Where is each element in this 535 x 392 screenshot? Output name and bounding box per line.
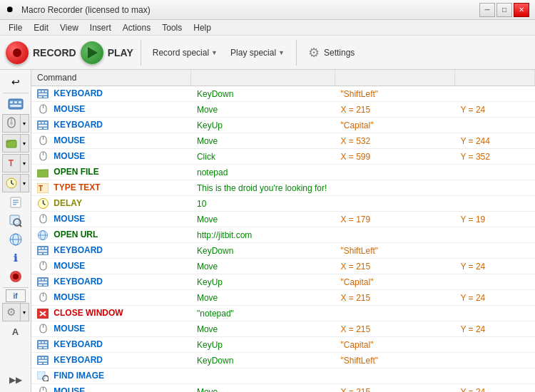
- sidebar-item-typetext[interactable]: T: [3, 155, 20, 172]
- sidebar-item-record2[interactable]: [4, 267, 27, 286]
- table-row[interactable]: MOUSE Move X = 215 Y = 24: [31, 321, 535, 337]
- action-cell: notepad: [191, 165, 335, 180]
- action-cell: "notepad": [191, 306, 335, 321]
- sidebar-mouse-arrow[interactable]: ▾: [20, 115, 29, 132]
- cmd-cell: MOUSE: [31, 149, 191, 165]
- table-row[interactable]: KEYBOARD KeyDown "ShiftLeft": [31, 243, 535, 259]
- cmd-name: KEYBOARD: [54, 245, 103, 255]
- menu-item-view[interactable]: View: [54, 21, 84, 34]
- svg-rect-81: [45, 341, 47, 344]
- sidebar-item-keyboard[interactable]: [4, 95, 27, 113]
- svg-rect-88: [45, 357, 47, 359]
- record-button[interactable]: RECORD: [6, 41, 76, 64]
- record-special-button[interactable]: Record special ▼: [148, 45, 222, 61]
- sidebar-item-undo[interactable]: ↩: [4, 73, 27, 91]
- sidebar-item-mouse[interactable]: [3, 115, 20, 132]
- param2-cell: [454, 368, 534, 384]
- play-special-button[interactable]: Play special ▼: [226, 45, 289, 61]
- cmd-icon-findimage: [37, 371, 49, 382]
- table-row[interactable]: OPEN URL http://jitbit.com: [31, 227, 535, 243]
- menu-item-actions[interactable]: Actions: [117, 21, 156, 34]
- svg-rect-29: [39, 96, 42, 98]
- sidebar-item-openurl[interactable]: [4, 230, 27, 249]
- cmd-name: OPEN URL: [54, 229, 98, 239]
- sidebar-item-delay[interactable]: [3, 175, 20, 192]
- svg-text:T: T: [39, 185, 43, 192]
- sidebar-openfile-arrow[interactable]: ▾: [20, 135, 29, 152]
- svg-rect-69: [39, 284, 42, 286]
- sidebar-item-openfile[interactable]: [3, 135, 20, 152]
- sidebar-item-findimage[interactable]: [4, 212, 27, 230]
- svg-rect-27: [45, 91, 47, 93]
- action-cell: Move: [191, 321, 335, 337]
- sidebar-item-variable[interactable]: A: [4, 322, 27, 341]
- param2-cell: Y = 24: [454, 384, 534, 393]
- app-icon: ⏺: [6, 4, 17, 16]
- sidebar-item-edit[interactable]: [4, 193, 27, 212]
- menu-item-edit[interactable]: Edit: [28, 21, 54, 34]
- cmd-name: KEYBOARD: [54, 88, 103, 98]
- sidebar-item-info[interactable]: ℹ: [4, 249, 27, 267]
- table-row[interactable]: CLOSE WINDOW "notepad": [31, 306, 535, 321]
- cmd-icon-keyboard: [37, 355, 49, 366]
- sidebar-item-settings[interactable]: ⚙: [3, 304, 20, 321]
- cmd-cell: OPEN FILE: [31, 165, 191, 180]
- close-button[interactable]: ✕: [514, 3, 529, 17]
- play-button[interactable]: PLAY: [81, 41, 133, 64]
- svg-rect-86: [39, 357, 41, 359]
- svg-line-18: [19, 225, 21, 227]
- svg-rect-80: [42, 341, 44, 344]
- menu-item-tools[interactable]: Tools: [156, 21, 188, 34]
- sidebar-typetext-arrow[interactable]: ▾: [20, 155, 29, 172]
- sidebar-settings-arrow[interactable]: ▾: [20, 304, 29, 321]
- table-row[interactable]: DELAY 10: [31, 196, 535, 212]
- menu-item-file[interactable]: File: [3, 21, 28, 34]
- svg-rect-60: [39, 253, 42, 254]
- param1-cell: "Capital": [335, 337, 455, 353]
- action-cell: This is the droid you're looking for!: [191, 180, 335, 196]
- sidebar-item-condition[interactable]: if: [6, 289, 26, 302]
- main-content: ↩ ▾ ▾ T ▾ ▾: [0, 70, 535, 392]
- action-cell: 10: [191, 196, 335, 212]
- maximize-button[interactable]: □: [496, 3, 512, 17]
- param1-cell: X = 179: [335, 212, 455, 227]
- table-row[interactable]: T TYPE TEXT This is the droid you're loo…: [31, 180, 535, 196]
- param2-cell: [454, 243, 534, 259]
- settings-button[interactable]: ⚙ Settings: [304, 42, 359, 63]
- svg-rect-58: [45, 247, 47, 249]
- cmd-name: CLOSE WINDOW: [54, 308, 123, 318]
- param1-cell: X = 215: [335, 102, 455, 118]
- table-row[interactable]: KEYBOARD KeyDown "ShiftLeft": [31, 353, 535, 368]
- record-special-label: Record special: [153, 48, 209, 58]
- table-row[interactable]: FIND IMAGE: [31, 368, 535, 384]
- table-row[interactable]: KEYBOARD KeyDown "ShiftLeft": [31, 86, 535, 102]
- action-cell: http://jitbit.com: [191, 227, 335, 243]
- toolbar-sep-2: [296, 40, 297, 66]
- param1-cell: "Capital": [335, 274, 455, 290]
- table-row[interactable]: KEYBOARD KeyUp "Capital": [31, 337, 535, 353]
- action-cell: Move: [191, 259, 335, 274]
- minimize-button[interactable]: ─: [479, 3, 495, 17]
- table-row[interactable]: MOUSE Move X = 215 Y = 24: [31, 102, 535, 118]
- sidebar-delay-arrow[interactable]: ▾: [20, 175, 29, 192]
- table-row[interactable]: MOUSE Move X = 215 Y = 24: [31, 384, 535, 393]
- cmd-cell: MOUSE: [31, 384, 191, 393]
- sidebar-item-expand[interactable]: ▶▶: [4, 371, 27, 389]
- table-row[interactable]: MOUSE Move X = 215 Y = 24: [31, 259, 535, 274]
- svg-rect-37: [39, 125, 47, 127]
- table-row[interactable]: MOUSE Move X = 215 Y = 24: [31, 290, 535, 306]
- cmd-name: MOUSE: [54, 292, 85, 302]
- table-row[interactable]: MOUSE Move X = 179 Y = 19: [31, 212, 535, 227]
- cmd-cell: DELAY: [31, 196, 191, 212]
- svg-rect-68: [39, 282, 47, 284]
- table-row[interactable]: MOUSE Click X = 599 Y = 352: [31, 149, 535, 165]
- menu-item-help[interactable]: Help: [188, 21, 217, 34]
- menu-item-insert[interactable]: Insert: [84, 21, 117, 34]
- table-row[interactable]: KEYBOARD KeyUp "Capital": [31, 274, 535, 290]
- command-table-area[interactable]: Command KEYBOARD KeyDown "ShiftLeft" MOU…: [31, 70, 535, 392]
- svg-rect-38: [39, 128, 42, 129]
- table-row[interactable]: KEYBOARD KeyUp "Capital": [31, 118, 535, 133]
- table-row[interactable]: MOUSE Move X = 532 Y = 244: [31, 133, 535, 149]
- param2-cell: [454, 118, 534, 133]
- table-row[interactable]: OPEN FILE notepad: [31, 165, 535, 180]
